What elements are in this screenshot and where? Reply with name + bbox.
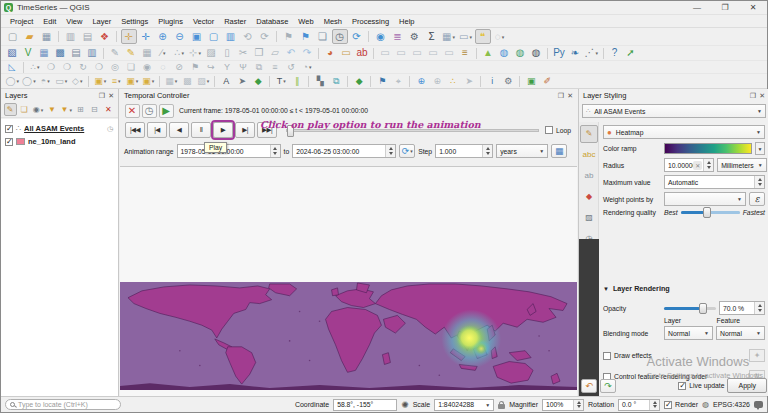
jump-to-start-icon[interactable]: |◀◀ [125,122,145,138]
fixed-range-navigation-icon[interactable]: ◷ [142,104,157,118]
layer-rendering-header[interactable]: ▼ Layer Rendering [603,284,765,293]
copy-features-icon[interactable]: ❐ [252,46,267,60]
open-attribute-table-icon[interactable]: ▦▾ [441,29,457,44]
nominatim-search-icon[interactable]: ◌▾ [492,29,508,44]
draw-rectangle-icon[interactable]: ▭▾ [54,74,69,88]
effects-options-icon[interactable]: ✦ [749,349,765,362]
points-plus-icon[interactable]: ∴ [446,74,461,88]
panel-float-icon[interactable]: ❐ [750,92,756,99]
temporal-controller-panel-icon[interactable]: ◷ [332,29,348,44]
checker-shield-icon[interactable]: ▚ [313,74,328,88]
pause-icon[interactable]: Ⅱ [191,122,211,138]
zoom-point-gray-icon[interactable]: ⊕ [430,74,445,88]
undo-icon[interactable]: ↶ [284,46,299,60]
menu-item[interactable]: Layer [87,17,116,26]
export-animation-button[interactable]: ▦ [551,144,567,158]
profile-plot-icon[interactable]: ⋰▾ [584,46,600,60]
map-cursor-icon[interactable]: ➤ [235,74,250,88]
add-virtual-layer-icon[interactable]: ▥ [85,46,100,60]
open-data-source-manager-icon[interactable]: ▧ [5,46,20,60]
close-button[interactable]: ✕ [739,1,767,14]
layer-checkbox[interactable] [5,125,13,133]
zoom-last-icon[interactable]: ⟲ [240,29,256,44]
statistical-summary-icon[interactable]: ≣ [390,29,406,44]
add-ring-icon[interactable]: ◎ [108,60,123,74]
abc-labeling-icon[interactable]: ab [355,46,370,60]
filter-by-expression-icon[interactable]: ▼▾ [60,103,73,116]
slider-handle[interactable] [699,303,707,314]
coordinate-input[interactable]: 58.8°, -155° [333,399,397,411]
panel-close-icon[interactable]: ✕ [108,92,114,99]
radius-unit-combo[interactable]: Millimeters▼ [717,158,766,172]
menu-item[interactable]: View [61,17,87,26]
green-polygon-icon[interactable]: ◆ [352,74,367,88]
crs-globe-icon[interactable]: ◍ [702,400,709,409]
range-end-input[interactable]: 2024-06-25 03:00:00 [292,144,396,158]
redo-icon[interactable]: ↷ [300,46,315,60]
select-features-icon[interactable]: ▣▾ [93,74,108,88]
help-contents-icon[interactable]: ? [607,46,622,60]
weight-points-combo[interactable]: ▼ [664,192,746,206]
layer-checkbox[interactable] [5,138,13,146]
menu-item[interactable]: Project [5,17,38,26]
menu-item[interactable]: Database [251,17,293,26]
add-part-icon[interactable]: ❏ [124,60,139,74]
messages-icon[interactable] [754,401,763,408]
paste-features-icon[interactable]: ▱ [268,46,283,60]
upgrade-plugin-icon[interactable]: ➚ [623,46,638,60]
add-raster-layer-icon[interactable]: ▦ [37,46,52,60]
step-input[interactable]: 1.000 [435,144,493,158]
step-unit-combo[interactable]: years▼ [496,144,548,158]
clear-icon[interactable]: ✕ [693,161,702,170]
expand-all-icon[interactable]: ⊞ [74,103,87,116]
delete-part-icon[interactable]: ⊘ [172,60,187,74]
zoom-point-blue-icon[interactable]: ⊕ [414,74,429,88]
field-calculator-icon[interactable]: ▭▾ [458,29,474,44]
web-globe-blue-icon[interactable]: ◍ [497,46,512,60]
draw-regular-polygon-icon[interactable]: ◇▾ [70,74,85,88]
minimize-button[interactable]: — [683,1,711,14]
play-backward-icon[interactable]: ◀ [169,122,189,138]
zoom-in-icon[interactable]: ⊕ [155,29,171,44]
open-table-selected-icon[interactable]: ▦▾ [164,74,179,88]
toggle-editing-current-icon[interactable]: ✎ [124,46,139,60]
zoom-full-icon[interactable]: ▣ [189,29,205,44]
processing-toolbox-icon[interactable]: ⚙ [407,29,423,44]
draw-effects-checkbox[interactable] [603,352,611,360]
labels-icon[interactable]: abc [580,146,598,164]
cad-tools-icon[interactable]: ◺ [5,60,20,74]
simplify-feature-icon[interactable]: ❍ [92,60,107,74]
merge-features-icon[interactable]: ⧉ [252,60,267,74]
scale-combo[interactable]: 1:84024288▼ [434,399,494,411]
filter-legend-icon[interactable]: ▼ [46,103,59,116]
zoom-to-selection-icon[interactable]: ▢ [206,29,222,44]
measure-colorful-icon[interactable]: ✐ [540,74,555,88]
redo-style-button[interactable]: ↷ [600,379,616,393]
step-back-icon[interactable]: |◀ [147,122,167,138]
web-globe-dark-icon[interactable]: ◍ [529,46,544,60]
select-by-expression-icon[interactable]: ▣▾ [141,74,156,88]
menu-item[interactable]: Help [394,17,419,26]
show-bookmarks-icon[interactable]: ⚑ [298,29,314,44]
lock-scale-icon[interactable] [498,404,505,409]
panel-close-icon[interactable]: ✕ [759,92,765,99]
expression-builder-button[interactable]: ε [749,192,765,206]
opacity-slider[interactable] [664,307,716,310]
world-map[interactable] [120,282,577,390]
vertex-tool-icon[interactable]: ⊹▾ [188,46,203,60]
color-ramp-bar[interactable] [664,143,752,154]
cut-features-icon[interactable]: ✂ [236,46,251,60]
undo-style-button[interactable]: ↶ [581,379,597,393]
copy-move-feature-icon[interactable]: ❍ [60,60,75,74]
digitize-points-icon[interactable]: ∴▾ [172,46,187,60]
pan-map-icon[interactable]: ✛ [121,29,137,44]
blue-pin-icon[interactable]: ⚑ [375,74,390,88]
slider-handle[interactable] [703,207,711,218]
style-manager-icon[interactable]: ❖ [97,29,113,44]
pin-labels-icon[interactable]: ▭ [378,46,393,60]
refresh-range-button[interactable]: ⟳▾ [399,144,415,158]
draw-circle-3points-icon[interactable]: ◯▾ [21,74,37,88]
new-project-icon[interactable]: ▢ [5,29,21,44]
cursor-gray-icon[interactable]: ➤ [462,74,477,88]
settings-wrench-icon[interactable]: ⚙ [501,74,516,88]
